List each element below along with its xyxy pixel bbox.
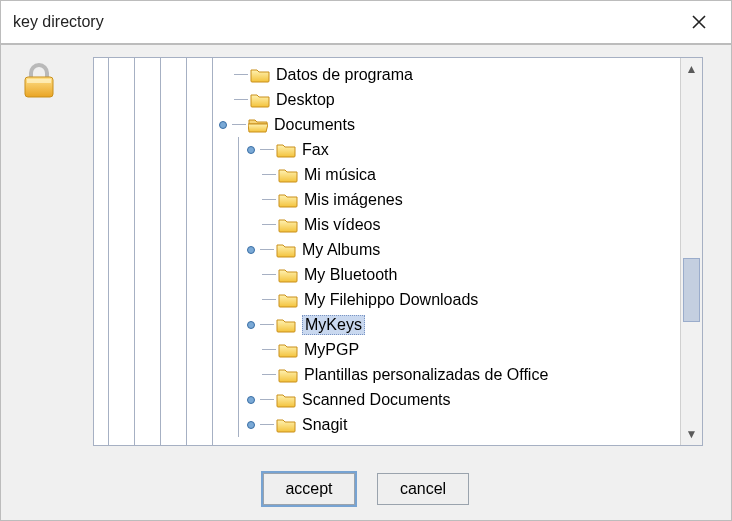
expand-handle-icon[interactable] bbox=[246, 395, 256, 405]
expand-handle-icon[interactable] bbox=[246, 320, 256, 330]
folder-open-icon bbox=[248, 117, 268, 133]
tree-connector bbox=[262, 349, 276, 350]
left-column bbox=[1, 45, 93, 458]
expand-handle-icon[interactable] bbox=[246, 145, 256, 155]
folder-closed-icon bbox=[250, 67, 270, 83]
tree-item-snagit[interactable]: Snagit bbox=[234, 412, 680, 437]
folder-closed-icon bbox=[278, 167, 298, 183]
tree-item-mypgp[interactable]: MyPGP bbox=[234, 337, 680, 362]
tree-connector bbox=[260, 424, 274, 425]
tree-node-label[interactable]: Mi música bbox=[304, 166, 376, 184]
titlebar: key directory bbox=[1, 1, 731, 45]
tree-item-mi-m-sica[interactable]: Mi música bbox=[234, 162, 680, 187]
key-directory-dialog: key directory bbox=[0, 0, 732, 521]
tree-connector bbox=[262, 299, 276, 300]
tree-connector bbox=[234, 99, 248, 100]
scroll-up-icon: ▲ bbox=[686, 62, 698, 76]
tree-connector bbox=[260, 149, 274, 150]
scroll-down-button[interactable]: ▼ bbox=[681, 423, 702, 445]
tree-item-my-bluetooth[interactable]: My Bluetooth bbox=[234, 262, 680, 287]
tree-node-label[interactable]: Fax bbox=[302, 141, 329, 159]
tree-node-label[interactable]: Mis vídeos bbox=[304, 216, 380, 234]
tree-row[interactable]: Fax bbox=[262, 137, 680, 162]
tree-node-label[interactable]: MyPGP bbox=[304, 341, 359, 359]
tree-row[interactable]: My Bluetooth bbox=[262, 262, 680, 287]
folder-closed-icon bbox=[278, 292, 298, 308]
accept-button[interactable]: accept bbox=[263, 473, 355, 505]
svg-rect-1 bbox=[27, 79, 51, 83]
tree-connector bbox=[262, 174, 276, 175]
folder-closed-icon bbox=[278, 342, 298, 358]
expand-handle-icon[interactable] bbox=[246, 420, 256, 430]
tree-row[interactable]: Documents bbox=[234, 112, 680, 137]
tree-connector bbox=[260, 324, 274, 325]
tree-connector bbox=[262, 199, 276, 200]
scroll-up-button[interactable]: ▲ bbox=[681, 58, 702, 80]
directory-tree[interactable]: Datos de programaDesktopDocumentsFaxMi m… bbox=[94, 62, 680, 437]
tree-row[interactable]: Mis vídeos bbox=[262, 212, 680, 237]
folder-closed-icon bbox=[276, 242, 296, 258]
scroll-down-icon: ▼ bbox=[686, 427, 698, 441]
tree-connector bbox=[262, 274, 276, 275]
tree-item-documents[interactable]: DocumentsFaxMi músicaMis imágenesMis víd… bbox=[94, 112, 680, 437]
tree-node-label[interactable]: Documents bbox=[274, 116, 355, 134]
tree-children-documents: FaxMi músicaMis imágenesMis vídeosMy Alb… bbox=[234, 137, 680, 437]
expand-handle-icon[interactable] bbox=[218, 120, 228, 130]
expand-handle-icon[interactable] bbox=[246, 245, 256, 255]
tree-item-plantillas-personalizadas-de-office[interactable]: Plantillas personalizadas de Office bbox=[234, 362, 680, 387]
dialog-footer: accept cancel bbox=[1, 458, 731, 520]
tree-item-my-albums[interactable]: My Albums bbox=[234, 237, 680, 262]
lock-icon bbox=[17, 59, 93, 103]
tree-node-label[interactable]: Mis imágenes bbox=[304, 191, 403, 209]
tree-row[interactable]: My Albums bbox=[262, 237, 680, 262]
tree-row[interactable]: Scanned Documents bbox=[262, 387, 680, 412]
tree-node-label[interactable]: MyKeys bbox=[302, 315, 365, 335]
tree-node-label[interactable]: Desktop bbox=[276, 91, 335, 109]
window-title: key directory bbox=[13, 13, 104, 31]
tree-item-mykeys[interactable]: MyKeys bbox=[234, 312, 680, 337]
tree-row[interactable]: My Filehippo Downloads bbox=[262, 287, 680, 312]
tree-node-label[interactable]: Plantillas personalizadas de Office bbox=[304, 366, 548, 384]
tree-row[interactable]: Plantillas personalizadas de Office bbox=[262, 362, 680, 387]
tree-item-scanned-documents[interactable]: Scanned Documents bbox=[234, 387, 680, 412]
vertical-scrollbar[interactable]: ▲ ▼ bbox=[680, 58, 702, 445]
folder-closed-icon bbox=[278, 267, 298, 283]
tree-item-mis-im-genes[interactable]: Mis imágenes bbox=[234, 187, 680, 212]
tree-item-desktop[interactable]: Desktop bbox=[94, 87, 680, 112]
tree-row[interactable]: Snagit bbox=[262, 412, 680, 437]
folder-closed-icon bbox=[278, 192, 298, 208]
tree-row[interactable]: Mis imágenes bbox=[262, 187, 680, 212]
tree-row[interactable]: MyPGP bbox=[262, 337, 680, 362]
folder-closed-icon bbox=[278, 367, 298, 383]
tree-item-my-filehippo-downloads[interactable]: My Filehippo Downloads bbox=[234, 287, 680, 312]
tree-row[interactable]: Desktop bbox=[234, 87, 680, 112]
tree-row[interactable]: Mi música bbox=[262, 162, 680, 187]
tree-connector bbox=[262, 374, 276, 375]
tree-node-label[interactable]: My Albums bbox=[302, 241, 380, 259]
tree-node-label[interactable]: Scanned Documents bbox=[302, 391, 451, 409]
close-icon bbox=[692, 11, 706, 34]
tree-connector bbox=[262, 224, 276, 225]
folder-closed-icon bbox=[276, 317, 296, 333]
tree-connector bbox=[234, 74, 248, 75]
tree-row[interactable]: Datos de programa bbox=[234, 62, 680, 87]
tree-connector bbox=[260, 249, 274, 250]
tree-node-label[interactable]: My Bluetooth bbox=[304, 266, 397, 284]
close-button[interactable] bbox=[681, 8, 717, 36]
tree-row[interactable]: MyKeys bbox=[262, 312, 680, 337]
tree-connector bbox=[232, 124, 246, 125]
folder-closed-icon bbox=[278, 217, 298, 233]
scrollbar-thumb[interactable] bbox=[683, 258, 700, 322]
tree-item-datos-de-programa[interactable]: Datos de programa bbox=[94, 62, 680, 87]
tree-item-mis-v-deos[interactable]: Mis vídeos bbox=[234, 212, 680, 237]
tree-node-label[interactable]: Datos de programa bbox=[276, 66, 413, 84]
folder-closed-icon bbox=[276, 392, 296, 408]
tree-connector bbox=[260, 399, 274, 400]
scrollbar-track[interactable] bbox=[681, 80, 702, 423]
cancel-button[interactable]: cancel bbox=[377, 473, 469, 505]
folder-closed-icon bbox=[250, 92, 270, 108]
tree-node-label[interactable]: Snagit bbox=[302, 416, 347, 434]
tree-viewport[interactable]: Datos de programaDesktopDocumentsFaxMi m… bbox=[94, 58, 680, 445]
tree-item-fax[interactable]: Fax bbox=[234, 137, 680, 162]
tree-node-label[interactable]: My Filehippo Downloads bbox=[304, 291, 478, 309]
